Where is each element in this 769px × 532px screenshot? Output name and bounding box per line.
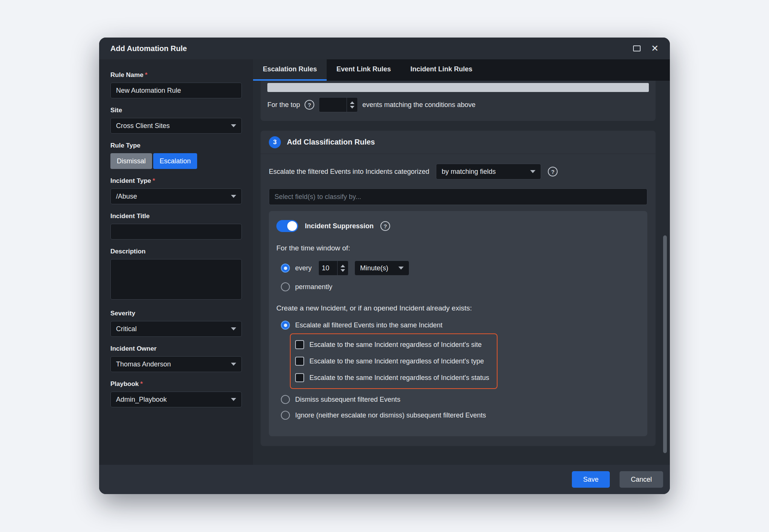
severity-field: Severity Critical <box>110 310 242 337</box>
incident-title-field: Incident Title <box>110 212 242 240</box>
top-count-stepper[interactable] <box>319 97 358 112</box>
checkbox-label: Escalate to the same Incident regardless… <box>309 374 489 382</box>
site-select[interactable]: Cross Client Sites <box>110 118 242 134</box>
classification-panel-header: 3 Add Classification Rules <box>261 131 656 154</box>
checkbox-regardless-type[interactable] <box>295 357 304 366</box>
classify-fields-input[interactable] <box>269 188 647 205</box>
maximize-icon[interactable] <box>633 45 641 51</box>
description-field: Description <box>110 248 242 301</box>
required-asterisk: * <box>140 380 143 387</box>
radio-row-dismiss[interactable]: Dismiss subsequent filtered Events <box>281 395 638 404</box>
rules-tabbar: Escalation Rules Event Link Rules Incide… <box>253 59 670 81</box>
modal-title: Add Automation Rule <box>110 44 187 53</box>
help-icon[interactable]: ? <box>380 221 390 231</box>
incident-title-input[interactable] <box>110 224 242 240</box>
radio-row-escalate-same[interactable]: Escalate all filtered Events into the sa… <box>281 321 638 330</box>
incident-owner-label: Incident Owner <box>110 345 242 353</box>
required-asterisk: * <box>152 177 155 184</box>
vertical-scrollbar[interactable] <box>663 235 667 453</box>
stepper-up-icon[interactable] <box>350 101 354 104</box>
checkbox-regardless-site[interactable] <box>295 340 304 349</box>
label-text: Rule Name <box>110 71 143 78</box>
every-value-input[interactable] <box>319 264 337 272</box>
severity-label: Severity <box>110 310 242 317</box>
chevron-down-icon <box>231 398 236 401</box>
chevron-down-icon <box>231 363 236 366</box>
checkbox-row-regardless-type[interactable]: Escalate to the same Incident regardless… <box>295 353 489 369</box>
radio-every[interactable] <box>281 264 290 273</box>
modal-header: Add Automation Rule ✕ <box>99 38 670 59</box>
rule-type-dismissal-button[interactable]: Dismissal <box>110 153 152 169</box>
severity-select-value: Critical <box>116 325 137 333</box>
classification-panel-body: Escalate the filtered Events into Incide… <box>261 154 656 446</box>
every-value-stepper[interactable] <box>318 261 348 276</box>
site-label: Site <box>110 107 242 114</box>
rule-name-input[interactable] <box>110 83 242 98</box>
modal-footer: Save Cancel <box>99 465 670 494</box>
checkbox-row-regardless-site[interactable]: Escalate to the same Incident regardless… <box>295 336 489 353</box>
playbook-select[interactable]: Admin_Playbook <box>110 392 242 407</box>
rule-type-escalation-button[interactable]: Escalation <box>153 153 197 169</box>
radio-row-permanently[interactable]: permanently <box>281 282 638 291</box>
time-unit-select[interactable]: Minute(s) <box>354 261 409 276</box>
classification-rules-panel: 3 Add Classification Rules Escalate the … <box>261 131 656 446</box>
incident-type-select[interactable]: /Abuse <box>110 188 242 204</box>
chevron-down-icon <box>231 327 236 330</box>
cancel-button[interactable]: Cancel <box>620 471 663 488</box>
tab-incident-link-rules[interactable]: Incident Link Rules <box>401 59 482 81</box>
step-number-badge: 3 <box>269 136 281 148</box>
add-automation-rule-modal: Add Automation Rule ✕ Rule Name* Site Cr… <box>99 38 670 494</box>
suppression-toggle-row: Incident Suppression ? <box>276 220 638 232</box>
incident-owner-select[interactable]: Thomas Anderson <box>110 356 242 372</box>
help-glyph: ? <box>551 169 555 175</box>
chevron-down-icon <box>231 195 236 198</box>
for-the-top-row: For the top ? events matching the condit… <box>267 97 656 112</box>
chevron-down-icon <box>398 267 404 270</box>
radio-dismiss[interactable] <box>281 395 290 404</box>
toggle-knob <box>287 221 297 231</box>
radio-ignore[interactable] <box>281 411 290 420</box>
playbook-label: Playbook* <box>110 380 242 388</box>
time-window-label: For the time window of: <box>276 244 638 252</box>
top-count-input[interactable] <box>319 101 347 109</box>
required-asterisk: * <box>145 71 148 78</box>
radio-row-ignore[interactable]: Ignore (neither escalate nor dismiss) su… <box>281 411 638 420</box>
help-icon[interactable]: ? <box>548 167 558 176</box>
rules-scroll-region: For the top ? events matching the condit… <box>253 81 670 465</box>
save-button[interactable]: Save <box>572 471 610 488</box>
window-controls: ✕ <box>633 44 659 53</box>
label-text: Incident Type <box>110 177 151 184</box>
incident-suppression-toggle[interactable] <box>276 220 298 232</box>
radio-permanently[interactable] <box>281 282 290 291</box>
regardless-options-group: Escalate to the same Incident regardless… <box>290 333 498 389</box>
severity-select[interactable]: Critical <box>110 321 242 337</box>
description-textarea[interactable] <box>110 259 242 300</box>
escalation-conditions-panel: For the top ? events matching the condit… <box>261 81 656 121</box>
modal-body: Rule Name* Site Cross Client Sites Rule … <box>99 59 670 465</box>
for-the-top-text: For the top <box>267 101 300 109</box>
help-glyph: ? <box>308 102 311 108</box>
radio-escalate-same[interactable] <box>281 321 290 330</box>
stepper-down-icon[interactable] <box>341 269 345 272</box>
radio-permanently-label: permanently <box>295 283 332 291</box>
stepper-up-icon[interactable] <box>341 265 345 267</box>
checkbox-regardless-status[interactable] <box>295 373 304 382</box>
tab-escalation-rules[interactable]: Escalation Rules <box>253 59 327 81</box>
radio-dismiss-label: Dismiss subsequent filtered Events <box>295 396 400 404</box>
tab-event-link-rules[interactable]: Event Link Rules <box>327 59 401 81</box>
checkbox-row-regardless-status[interactable]: Escalate to the same Incident regardless… <box>295 369 489 386</box>
stepper-down-icon[interactable] <box>350 106 354 109</box>
categorized-by-select[interactable]: by matching fields <box>436 164 541 179</box>
radio-row-every[interactable]: every Minute(s) <box>281 261 638 276</box>
create-incident-label: Create a new Incident, or if an opened I… <box>276 304 638 312</box>
label-text: Playbook <box>110 380 139 387</box>
rule-name-field: Rule Name* <box>110 71 242 98</box>
chevron-down-icon <box>231 124 236 127</box>
playbook-select-value: Admin_Playbook <box>116 396 167 404</box>
help-icon[interactable]: ? <box>305 100 314 110</box>
checkbox-label: Escalate to the same Incident regardless… <box>309 357 484 365</box>
help-glyph: ? <box>383 223 387 229</box>
incident-title-label: Incident Title <box>110 212 242 220</box>
close-icon[interactable]: ✕ <box>651 44 659 53</box>
rule-type-label: Rule Type <box>110 142 242 149</box>
